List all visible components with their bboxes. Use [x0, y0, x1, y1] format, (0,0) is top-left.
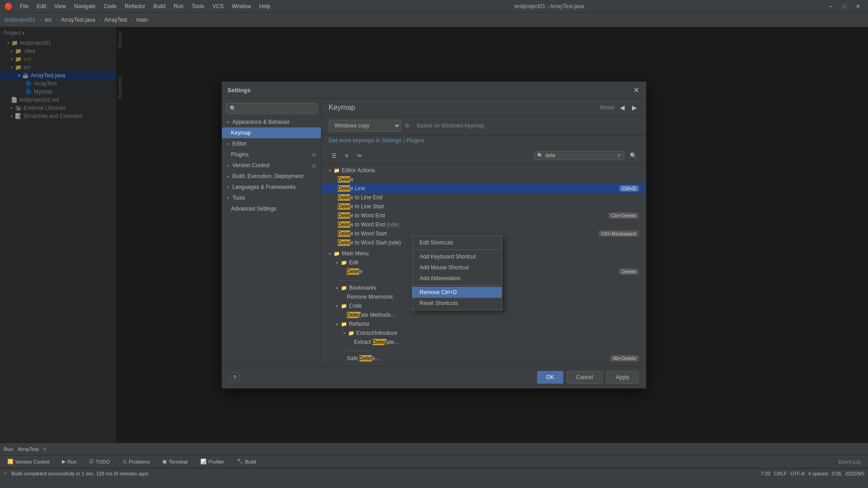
close-btn[interactable]: ✕ — [852, 0, 864, 13]
run-close-icon[interactable]: ✕ — [42, 446, 47, 452]
menu-view[interactable]: View — [51, 2, 70, 11]
breadcrumb-file1[interactable]: ArrayTest.java — [61, 17, 95, 23]
list-item-delete[interactable]: Delete — [321, 175, 646, 184]
nav-item-editor[interactable]: ▸ Editor — [222, 138, 321, 149]
search-clear-icon[interactable]: ✕ — [617, 152, 621, 159]
minimize-btn[interactable]: ─ — [825, 0, 837, 13]
list-item-delete-to-word-end[interactable]: Delete to Word End Ctrl+Delete — [321, 211, 646, 220]
list-item-delete-to-line-start[interactable]: Delete to Line Start — [321, 202, 646, 211]
list-item-delegate-methods[interactable]: Delegate Methods... — [321, 310, 646, 319]
run-icon: ▶ — [62, 459, 66, 465]
list-item-extract-delegate[interactable]: Extract Delegate... — [321, 338, 646, 347]
help-button[interactable]: ? — [229, 372, 240, 383]
dialog-close-button[interactable]: ✕ — [632, 85, 641, 94]
nav-item-keymap[interactable]: Keymap — [222, 127, 321, 138]
plugins-link[interactable]: Plugins — [406, 137, 424, 144]
ctx-item-add-mouse[interactable]: Add Mouse Shortcut — [412, 262, 502, 273]
menu-window[interactable]: Window — [228, 2, 255, 11]
tab-terminal[interactable]: ▣ Terminal — [159, 457, 191, 466]
nav-item-appearance[interactable]: ▸ Appearance & Behavior — [222, 117, 321, 127]
encoding[interactable]: UTF-8 — [791, 471, 805, 476]
list-item-delete-to-line-end[interactable]: Delete to Line End — [321, 193, 646, 202]
date: 2022/9/5 — [845, 471, 864, 476]
tab-run[interactable]: ▶ Run — [58, 457, 80, 466]
dialog-overlay: Settings ✕ ▸ Appearance & Behavior Keyma… — [0, 27, 868, 443]
group-editor-actions[interactable]: ▾ 📁 Editor Actions — [321, 166, 646, 175]
list-item-delete-to-word-end-exc[interactable]: Delete to Word End (ode) — [321, 220, 646, 229]
menu-edit[interactable]: Edit — [33, 2, 50, 11]
group-expand-icon: ▾ — [329, 168, 331, 173]
line-separator[interactable]: CRLF — [774, 471, 787, 476]
menu-navigate[interactable]: Navigate — [71, 2, 99, 11]
tab-todo[interactable]: ☑ TODO — [85, 457, 113, 466]
list-item-safe-delete[interactable]: Safe Delete... Alt+Delete — [321, 354, 646, 363]
event-log-link[interactable]: Event Log — [835, 457, 864, 466]
menu-help[interactable]: Help — [255, 2, 274, 11]
menu-refactor[interactable]: Refactor — [121, 2, 149, 11]
tab-problems[interactable]: ⚠ Problems — [119, 457, 153, 466]
gear-icon[interactable]: ⚙ — [405, 122, 410, 129]
ctx-item-edit-shortcuts[interactable]: Edit Shortcuts — [412, 237, 502, 248]
ok-button[interactable]: OK — [537, 371, 563, 384]
list-item-delete-line[interactable]: Delete Line Ctrl+D — [321, 184, 646, 193]
item-label-delete-to-word-end: Delete to Word End — [338, 212, 609, 219]
breadcrumb-bar: testproject01 › src › ArrayTest.java › A… — [0, 13, 868, 27]
folder-icon: 📁 — [334, 251, 340, 257]
apply-button[interactable]: Apply — [606, 371, 639, 384]
shortcut-search-input[interactable] — [545, 152, 615, 159]
menu-run[interactable]: Run — [170, 2, 187, 11]
breadcrumb-project[interactable]: testproject01 — [5, 17, 36, 23]
group-extract-introduce[interactable]: ▾ 📁 Extract/Introduce — [321, 328, 646, 338]
nav-arrow-editor: ▸ — [227, 141, 230, 146]
collapse-all-btn[interactable]: ≡ — [341, 150, 352, 161]
keymap-list: ▾ 📁 Editor Actions Delete — [321, 164, 646, 366]
separator-3: -------------- — [321, 363, 646, 366]
breadcrumb-file3[interactable]: main — [136, 17, 148, 23]
plugins-badge: ⊟ — [312, 152, 316, 157]
menu-vcs[interactable]: VCS — [209, 2, 227, 11]
nav-next-btn[interactable]: ▶ — [630, 103, 639, 112]
nav-item-build[interactable]: ▸ Build, Execution, Deployment — [222, 171, 321, 182]
folder-icon: 📁 — [341, 260, 347, 266]
keymap-links: Get more keymaps in Settings | Plugins — [321, 136, 646, 147]
menu-tools[interactable]: Tools — [188, 2, 208, 11]
settings-content: Keymap Reset ◀ ▶ Windows copy ⚙ Ba — [321, 99, 646, 366]
tab-profiler[interactable]: 📊 Profiler — [197, 457, 228, 466]
nav-item-vcs[interactable]: ▸ Version Control ⊟ — [222, 160, 321, 171]
ctx-item-remove-ctrl-d[interactable]: Remove Ctrl+D — [412, 287, 502, 298]
menu-file[interactable]: File — [16, 2, 32, 11]
ctx-item-add-abbreviation[interactable]: Add Abbreviation — [412, 273, 502, 284]
ctx-item-reset-shortcuts[interactable]: Reset Shortcuts — [412, 298, 502, 309]
keymap-dropdown[interactable]: Windows copy — [329, 120, 401, 131]
run-target[interactable]: ArrayTest — [18, 446, 38, 452]
expand-all-btn[interactable]: ☰ — [329, 150, 340, 161]
shortcut-badge-delete: Delete — [619, 268, 639, 275]
nav-prev-btn[interactable]: ◀ — [618, 103, 627, 112]
get-more-keymaps-link[interactable]: Get more keymaps in Settings — [329, 137, 401, 144]
tab-version-control[interactable]: 🔀 Version Control — [4, 457, 53, 466]
breadcrumb-src[interactable]: src — [45, 17, 52, 23]
settings-search-input[interactable] — [226, 103, 317, 114]
profiler-icon: 📊 — [200, 459, 207, 465]
ctx-label-add-keyboard: Add Keyboard Shortcut — [420, 253, 476, 260]
folder-icon: 📁 — [334, 168, 340, 174]
nav-item-advanced[interactable]: Advanced Settings — [222, 203, 321, 214]
reset-button[interactable]: Reset — [600, 104, 614, 111]
ctx-item-add-keyboard[interactable]: Add Keyboard Shortcut — [412, 251, 502, 262]
tab-build[interactable]: 🔨 Build — [233, 457, 259, 466]
menu-build[interactable]: Build — [150, 2, 169, 11]
shortcut-badge-alt-delete: Alt+Delete — [610, 355, 639, 361]
find-shortcut-btn[interactable]: 🔍 — [628, 150, 639, 161]
breadcrumb-file2[interactable]: ArrayTest — [104, 17, 127, 23]
indent-setting[interactable]: 4 spaces — [808, 471, 828, 476]
cancel-button[interactable]: Cancel — [567, 371, 603, 384]
nav-item-plugins[interactable]: Plugins ⊟ — [222, 149, 321, 160]
group-refactor[interactable]: ▾ 📁 Refactor — [321, 319, 646, 328]
nav-item-languages[interactable]: ▸ Languages & Frameworks — [222, 182, 321, 192]
version-control-icon: 🔀 — [7, 459, 14, 465]
edit-shortcut-btn[interactable]: ✏ — [354, 150, 365, 161]
nav-item-tools[interactable]: ▸ Tools — [222, 192, 321, 203]
group-label-extract-introduce: Extract/Introduce — [356, 330, 397, 336]
menu-code[interactable]: Code — [100, 2, 120, 11]
maximize-btn[interactable]: □ — [838, 0, 851, 13]
